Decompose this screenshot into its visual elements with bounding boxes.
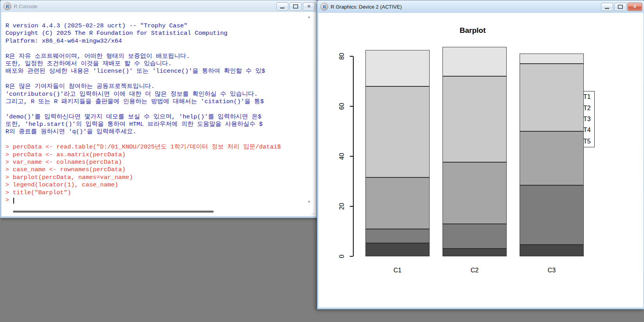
console-line: > <box>5 197 316 204</box>
console-line: > var_name <- colnames(percData) <box>5 159 316 166</box>
close-button[interactable]: ✕ <box>303 2 315 11</box>
chart-title: Barplot <box>434 26 512 35</box>
console-line: 'contributors()'라고 입력하시면 이에 대한 더 많은 정보를 … <box>5 91 316 98</box>
y-axis-tick-label: 20 <box>338 200 345 213</box>
bar-segment-C1-T5 <box>365 50 430 86</box>
console-content: R version 4.4.3 (2025-02-28 ucrt) -- "Tr… <box>2 12 316 216</box>
minimize-icon <box>280 7 284 9</box>
legend-label: T4 <box>583 127 594 133</box>
y-axis-tick-label: 40 <box>338 150 345 163</box>
bar-segment-C3-T1 <box>520 245 584 256</box>
maximize-button[interactable] <box>614 3 626 11</box>
console-line: Copyright (C) 2025 The R Foundation for … <box>5 30 316 37</box>
y-axis-tick-label: 80 <box>338 50 345 63</box>
minimize-icon <box>605 8 609 9</box>
console-line <box>5 75 316 83</box>
legend-label: T3 <box>583 116 594 122</box>
console-line: R은 많은 기여자들이 참여하는 공동프로젝트입니다. <box>5 83 316 90</box>
horizontal-scrollbar-thumb[interactable] <box>13 211 214 213</box>
console-line: > case_name <- rownames(percData) <box>5 166 316 174</box>
maximize-button[interactable] <box>290 2 302 11</box>
y-axis <box>353 56 354 256</box>
graphics-content: Barplot T1T2T3T4T5 020406080C1C2C3 <box>318 13 643 308</box>
console-line: > legend(locator(1), case_name) <box>5 181 316 189</box>
minimize-button[interactable] <box>601 3 613 11</box>
console-line: > percData <- read.table("D:/01_KNOU/202… <box>5 143 316 151</box>
console-window: R R Console ✕ R version 4.4.3 (2025-02-2… <box>0 0 318 218</box>
x-axis-label-C2: C2 <box>463 267 486 274</box>
text-cursor <box>13 198 14 204</box>
graphics-titlebar[interactable]: R R Graphics: Device 2 (ACTIVE) ✕ <box>317 0 644 13</box>
r-logo-icon: R <box>320 3 328 11</box>
console-line: 또한, 'help.start()'의 입력을 통하여 HTML 브라우저에 의… <box>5 121 316 128</box>
graphics-titlebar-buttons: ✕ <box>601 3 642 11</box>
y-axis-tick-label: 0 <box>338 250 345 263</box>
bar-segment-C3-T3 <box>520 131 584 185</box>
console-line <box>5 106 316 113</box>
y-axis-tick-label: 60 <box>338 100 345 113</box>
resize-grip[interactable] <box>310 211 314 215</box>
legend-label: T2 <box>583 105 594 111</box>
console-line <box>5 136 316 143</box>
r-logo-icon: R <box>4 2 11 10</box>
bar-segment-C1-T4 <box>365 86 430 177</box>
bar-segment-C1-T3 <box>365 177 430 229</box>
console-line <box>5 45 316 52</box>
console-line: > barplot(percData, names=var_name) <box>5 174 316 181</box>
close-icon: ✕ <box>633 5 637 9</box>
console-line: R은 자유 소프트웨어이며, 어떠한 형태의 보증없이 배포됩니다. <box>5 53 316 60</box>
bar-segment-C2-T1 <box>443 249 507 256</box>
console-title: R Console <box>14 4 38 9</box>
y-axis-tick <box>350 206 353 207</box>
graphics-title: R Graphics: Device 2 (ACTIVE) <box>331 4 402 10</box>
y-axis-tick <box>350 156 353 157</box>
bar-segment-C1-T2 <box>365 229 430 243</box>
graphics-window: R R Graphics: Device 2 (ACTIVE) ✕ Barplo… <box>317 0 644 309</box>
console-line: 그리고, R 또는 R 패키지들을 출판물에 인용하는 방법에 대해서는 'ci… <box>5 98 316 106</box>
x-axis-label-C1: C1 <box>386 267 409 274</box>
bar-segment-C2-T3 <box>443 162 507 224</box>
console-line: 배포와 관련된 상세한 내용은 'license()' 또는 'licence(… <box>5 68 316 75</box>
bar-segment-C2-T4 <box>443 76 507 162</box>
bar-segment-C3-T5 <box>520 54 584 64</box>
scroll-up-icon[interactable]: ▲ <box>306 14 312 19</box>
console-line: 'demo()'를 입력하신다면 몇가지 데모를 보실 수 있으며, 'help… <box>5 113 316 121</box>
y-axis-tick <box>350 56 353 57</box>
console-line: > percData <- as.matrix(percData) <box>5 151 316 159</box>
console-text-area[interactable]: R version 4.4.3 (2025-02-28 ucrt) -- "Tr… <box>2 12 316 216</box>
bar-segment-C2-T2 <box>443 224 507 249</box>
bar-segment-C3-T2 <box>520 185 584 245</box>
scroll-down-icon[interactable]: ▼ <box>306 200 312 204</box>
console-titlebar[interactable]: R R Console ✕ <box>0 0 317 12</box>
legend-label: T5 <box>583 138 594 145</box>
console-titlebar-buttons: ✕ <box>276 2 315 11</box>
y-axis-tick <box>350 256 353 257</box>
console-line: R version 4.4.3 (2025-02-28 ucrt) -- "Tr… <box>5 22 316 30</box>
maximize-icon <box>618 5 623 9</box>
bar-segment-C1-T1 <box>365 243 430 256</box>
maximize-icon <box>293 4 298 9</box>
minimize-button[interactable] <box>276 2 288 11</box>
x-axis-label-C3: C3 <box>540 267 563 274</box>
bar-segment-C3-T4 <box>520 64 584 131</box>
legend-label: T1 <box>583 94 594 100</box>
barplot-canvas: Barplot T1T2T3T4T5 020406080C1C2C3 <box>318 13 643 308</box>
close-button[interactable]: ✕ <box>628 3 642 11</box>
y-axis-tick <box>350 106 353 107</box>
bar-segment-C2-T5 <box>443 47 507 77</box>
console-line: Platform: x86_64-w64-mingw32/x64 <box>5 38 316 45</box>
close-icon: ✕ <box>307 4 311 9</box>
console-line: 또한, 일정한 조건하에서 이것을 재배포 할 수 있습니다. <box>5 60 316 68</box>
console-line: R의 종료를 원하시면 'q()'을 입력해주세요. <box>5 128 316 136</box>
console-line: > title("Barplot") <box>5 189 316 197</box>
